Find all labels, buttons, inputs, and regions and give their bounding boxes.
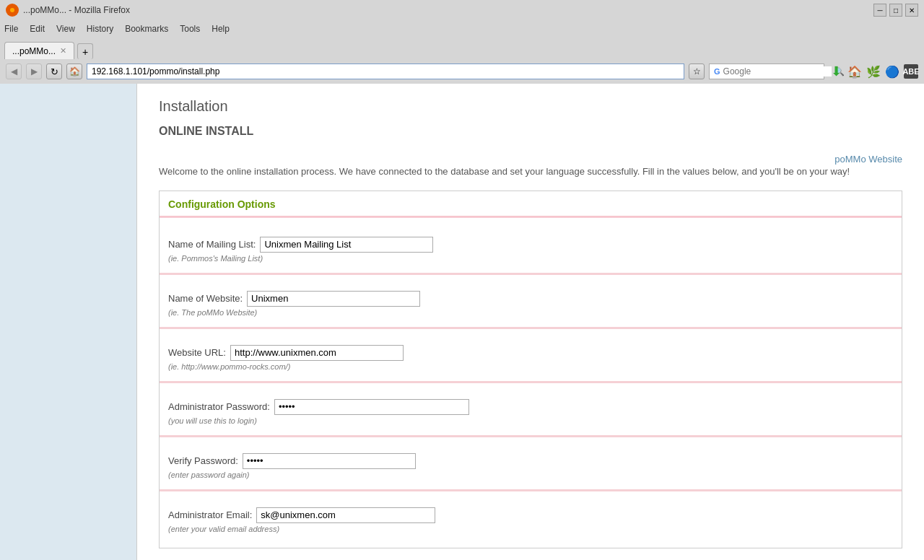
menu-help[interactable]: Help bbox=[212, 24, 230, 34]
tab-label: ...poMMo... bbox=[12, 46, 56, 56]
welcome-text: Welcome to the online installation proce… bbox=[159, 165, 902, 179]
abe-icon[interactable]: ABE bbox=[904, 64, 918, 79]
reload-button[interactable]: ↻ bbox=[46, 64, 62, 79]
browser-tab[interactable]: ...poMMo... ✕ bbox=[4, 42, 74, 59]
admin-email-input[interactable] bbox=[256, 507, 435, 523]
website-name-form-row: Name of Website: bbox=[168, 285, 893, 308]
leaf-icon[interactable]: 🌿 bbox=[866, 64, 881, 79]
admin-email-form-row: Administrator Email: bbox=[168, 502, 893, 525]
menu-edit[interactable]: Edit bbox=[30, 24, 45, 34]
website-url-input[interactable] bbox=[230, 345, 404, 361]
menu-bar: File Edit View History Bookmarks Tools H… bbox=[0, 20, 924, 38]
verify-password-field-row: Verify Password: (enter password again) bbox=[168, 440, 893, 486]
home-button[interactable]: 🏠 bbox=[66, 64, 82, 79]
mailing-list-label: Name of Mailing List: bbox=[168, 239, 256, 250]
website-name-field-row: Name of Website: (ie. The poMMo Website) bbox=[168, 278, 893, 324]
mailing-list-form-row: Name of Mailing List: bbox=[168, 231, 893, 254]
page-title: Installation bbox=[159, 98, 902, 115]
menu-history[interactable]: History bbox=[87, 24, 113, 34]
admin-email-label: Administrator Email: bbox=[168, 509, 252, 520]
menu-tools[interactable]: Tools bbox=[180, 24, 200, 34]
address-bar: ◀ ▶ ↻ 🏠 ☆ G 🔍 ⬇ 🏠 🌿 🔵 ABE bbox=[0, 59, 924, 84]
tab-bar: ...poMMo... ✕ + bbox=[0, 38, 924, 59]
shield-icon[interactable]: 🔵 bbox=[885, 64, 899, 79]
verify-password-form-row: Verify Password: bbox=[168, 447, 893, 471]
admin-password-form-row: Administrator Password: bbox=[168, 393, 893, 416]
verify-password-label: Verify Password: bbox=[168, 455, 238, 466]
maximize-button[interactable]: □ bbox=[889, 4, 902, 17]
admin-password-label: Administrator Password: bbox=[168, 401, 270, 412]
toolbar-icons: ⬇ 🏠 🌿 🔵 ABE bbox=[829, 64, 918, 79]
search-box: G 🔍 bbox=[709, 64, 824, 79]
admin-password-input[interactable] bbox=[274, 399, 469, 415]
home-icon[interactable]: 🏠 bbox=[847, 64, 862, 79]
close-button[interactable]: ✕ bbox=[905, 4, 918, 17]
website-name-input[interactable] bbox=[247, 291, 420, 307]
config-section: Configuration Options Name of Mailing Li… bbox=[159, 191, 902, 548]
menu-file[interactable]: File bbox=[4, 24, 18, 34]
window-title: ...poMMo... - Mozilla Firefox bbox=[23, 5, 130, 15]
admin-email-hint: (enter your valid email address) bbox=[168, 525, 893, 538]
config-title: Configuration Options bbox=[168, 198, 893, 210]
page-content: Installation ONLINE INSTALL poMMo Websit… bbox=[0, 84, 924, 560]
website-url-field-row: Website URL: (ie. http://www.pommo-rocks… bbox=[168, 332, 893, 378]
verify-password-input[interactable] bbox=[243, 453, 416, 469]
mailing-list-input[interactable] bbox=[260, 237, 433, 253]
download-icon[interactable]: ⬇ bbox=[829, 64, 843, 79]
sidebar bbox=[0, 84, 137, 560]
verify-password-hint: (enter password again) bbox=[168, 471, 893, 484]
google-logo: G bbox=[714, 67, 720, 76]
website-url-label: Website URL: bbox=[168, 347, 226, 358]
menu-bookmarks[interactable]: Bookmarks bbox=[125, 24, 168, 34]
admin-password-field-row: Administrator Password: (you will use th… bbox=[168, 386, 893, 432]
mailing-list-field-row: Name of Mailing List: (ie. Pommos's Mail… bbox=[168, 224, 893, 270]
minimize-button[interactable]: ─ bbox=[873, 4, 886, 17]
address-input[interactable] bbox=[87, 64, 684, 79]
window-controls[interactable]: ─ □ ✕ bbox=[873, 4, 918, 17]
section-title: ONLINE INSTALL bbox=[159, 125, 253, 138]
tab-close-icon[interactable]: ✕ bbox=[60, 46, 66, 56]
bookmark-star-button[interactable]: ☆ bbox=[689, 64, 705, 79]
pommo-website-link[interactable]: poMMo Website bbox=[834, 154, 902, 165]
website-name-label: Name of Website: bbox=[168, 293, 243, 304]
menu-view[interactable]: View bbox=[56, 24, 75, 34]
forward-button[interactable]: ▶ bbox=[26, 64, 42, 79]
website-name-hint: (ie. The poMMo Website) bbox=[168, 308, 893, 321]
mailing-list-hint: (ie. Pommos's Mailing List) bbox=[168, 254, 893, 267]
main-content: Installation ONLINE INSTALL poMMo Websit… bbox=[137, 84, 924, 560]
new-tab-button[interactable]: + bbox=[77, 43, 93, 59]
back-button[interactable]: ◀ bbox=[6, 64, 22, 79]
admin-password-hint: (you will use this to login) bbox=[168, 416, 893, 429]
svg-point-1 bbox=[10, 8, 14, 12]
admin-email-field-row: Administrator Email: (enter your valid e… bbox=[168, 494, 893, 541]
search-input[interactable] bbox=[723, 66, 832, 76]
website-url-form-row: Website URL: bbox=[168, 339, 893, 362]
firefox-icon bbox=[6, 4, 19, 17]
website-url-hint: (ie. http://www.pommo-rocks.com/) bbox=[168, 362, 893, 375]
